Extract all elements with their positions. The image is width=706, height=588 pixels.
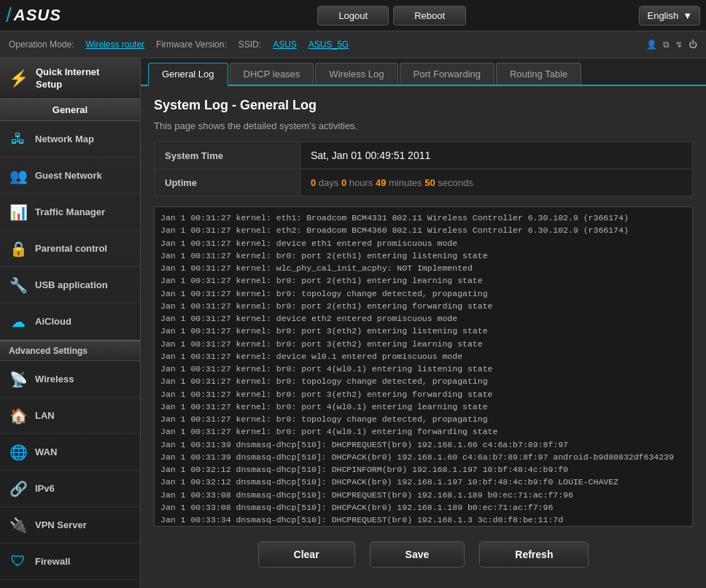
sidebar-item-lan-label: LAN <box>35 410 55 421</box>
status-icons: 👤 ⧉ ↯ ⏻ <box>646 39 697 50</box>
logo-text: ASUS <box>14 6 61 25</box>
clear-button[interactable]: Clear <box>258 541 355 568</box>
page-content: System Log - General Log This page shows… <box>141 86 706 588</box>
sidebar-item-traffic-manager-label: Traffic Manager <box>35 206 105 217</box>
info-table: System Time Sat, Jan 01 00:49:51 2011 Up… <box>154 142 693 196</box>
guest-network-icon: 👥 <box>9 167 28 185</box>
sidebar-item-vpn-server[interactable]: 🔌 VPN Server <box>0 507 140 543</box>
uptime-row: Uptime 0 days 0 hours 49 minutes 50 seco… <box>155 169 693 196</box>
sidebar-item-wireless[interactable]: 📡 Wireless <box>0 361 140 398</box>
log-line: Jan 1 00:31:27 kernel: eth1: Broadcom BC… <box>160 212 686 224</box>
operation-mode-label: Operation Mode: <box>9 39 74 50</box>
sidebar-item-ipv6-label: IPv6 <box>35 483 55 494</box>
uptime-mins-num: 49 <box>376 177 386 188</box>
sidebar-item-firewall-label: Firewall <box>35 556 70 567</box>
tab-bar: General Log DHCP leases Wireless Log Por… <box>141 58 706 86</box>
log-line: Jan 1 00:33:34 dnsmasq-dhcp[510]: DHCPRE… <box>160 514 686 526</box>
wifi-icon[interactable]: ↯ <box>675 39 683 50</box>
network-map-icon: 🖧 <box>9 131 28 147</box>
content-area: General Log DHCP leases Wireless Log Por… <box>141 58 706 588</box>
bottom-bar: Clear Save Refresh <box>154 534 693 576</box>
sidebar-item-usb-application[interactable]: 🔧 USB application <box>0 267 140 303</box>
log-line: Jan 1 00:31:27 kernel: br0: port 2(eth1)… <box>160 274 686 287</box>
log-line: Jan 1 00:31:27 kernel: br0: port 3(eth2)… <box>160 338 686 350</box>
reboot-button[interactable]: Reboot <box>393 6 466 26</box>
logo-area: / ASUS <box>6 4 144 27</box>
sidebar-item-traffic-manager[interactable]: 📊 Traffic Manager <box>0 194 140 231</box>
sidebar-item-aicloud-label: AiCloud <box>35 316 71 327</box>
tab-routing-table[interactable]: Routing Table <box>496 63 581 85</box>
tab-port-forwarding[interactable]: Port Forwarding <box>400 63 494 85</box>
logo-slash-icon: / <box>6 4 12 27</box>
uptime-secs-num: 50 <box>424 177 435 188</box>
log-container: Jan 1 00:31:27 kernel: eth1: Broadcom BC… <box>154 206 693 527</box>
power-icon[interactable]: ⏻ <box>688 39 697 50</box>
quick-setup-icon: ⚡ <box>9 69 28 88</box>
sidebar-item-guest-network[interactable]: 👥 Guest Network <box>0 158 140 194</box>
sidebar-item-firewall[interactable]: 🛡 Firewall <box>0 543 140 580</box>
firmware-label: Firmware Version: <box>156 39 227 50</box>
log-line: Jan 1 00:32:12 dnsmasq-dhcp[510]: DHCPAC… <box>160 476 686 488</box>
system-time-row: System Time Sat, Jan 01 00:49:51 2011 <box>155 142 693 169</box>
log-line: Jan 1 00:31:27 kernel: wlc_phy_cal_init_… <box>160 262 686 274</box>
log-line: Jan 1 00:31:27 kernel: br0: port 4(wl0.1… <box>160 401 686 413</box>
operation-mode-value[interactable]: Wireless router <box>85 39 144 50</box>
chevron-down-icon: ▼ <box>683 10 692 21</box>
save-button[interactable]: Save <box>370 541 465 568</box>
tab-dhcp-leases-label: DHCP leases <box>244 69 300 80</box>
firewall-icon: 🛡 <box>9 553 28 570</box>
ssid-value2[interactable]: ASUS_5G <box>309 39 349 50</box>
log-line: Jan 1 00:31:27 kernel: br0: topology cha… <box>160 375 686 387</box>
log-line: Jan 1 00:31:27 kernel: br0: topology cha… <box>160 287 686 300</box>
log-line: Jan 1 00:31:27 kernel: br0: port 3(eth2)… <box>160 388 686 401</box>
log-line: Jan 1 00:31:27 kernel: device eth2 enter… <box>160 312 686 325</box>
sidebar-item-network-map[interactable]: 🖧 Network Map <box>0 121 140 158</box>
aicloud-icon: ☁ <box>9 313 28 330</box>
tab-wireless-log-label: Wireless Log <box>329 69 384 80</box>
tab-general-log[interactable]: General Log <box>148 63 228 86</box>
sidebar-item-guest-network-label: Guest Network <box>35 170 102 181</box>
log-line: Jan 1 00:31:27 kernel: br0: port 2(eth1)… <box>160 300 686 312</box>
log-line: Jan 1 00:31:27 kernel: eth2: Broadcom BC… <box>160 224 686 236</box>
sidebar-item-parental-control[interactable]: 🔒 Parental control <box>0 231 140 267</box>
logout-button[interactable]: Logout <box>317 6 389 26</box>
log-scroll[interactable]: Jan 1 00:31:27 kernel: eth1: Broadcom BC… <box>155 207 692 526</box>
sidebar-item-ipv6[interactable]: 🔗 IPv6 <box>0 471 140 507</box>
sidebar-item-aicloud[interactable]: ☁ AiCloud <box>0 303 140 340</box>
wan-icon: 🌐 <box>9 444 28 461</box>
user-icon[interactable]: 👤 <box>646 39 657 50</box>
sidebar-item-parental-control-label: Parental control <box>35 243 107 254</box>
sidebar-item-lan[interactable]: 🏠 LAN <box>0 398 140 434</box>
log-line: Jan 1 00:33:08 dnsmasq-dhcp[510]: DHCPAC… <box>160 501 686 514</box>
ssid-label: SSID: <box>238 39 261 50</box>
tab-routing-table-label: Routing Table <box>510 69 567 80</box>
top-bar: / ASUS Logout Reboot English ▼ <box>0 0 706 31</box>
uptime-hours-num: 0 <box>341 177 346 188</box>
refresh-button[interactable]: Refresh <box>479 541 589 568</box>
lan-icon: 🏠 <box>9 407 28 425</box>
language-selector[interactable]: English ▼ <box>639 6 700 26</box>
top-buttons: Logout Reboot <box>144 6 639 26</box>
sidebar-item-wireless-label: Wireless <box>35 374 74 384</box>
main-layout: ⚡ Quick InternetSetup General 🖧 Network … <box>0 58 706 588</box>
sidebar-item-vpn-server-label: VPN Server <box>35 519 87 530</box>
log-line: Jan 1 00:31:39 dnsmasq-dhcp[510]: DHCPRE… <box>160 438 686 451</box>
sidebar-item-network-map-label: Network Map <box>35 134 94 144</box>
log-line: Jan 1 00:31:27 kernel: br0: topology cha… <box>160 413 686 425</box>
wireless-icon: 📡 <box>9 371 28 388</box>
status-bar: Operation Mode: Wireless router Firmware… <box>0 31 706 58</box>
vpn-server-icon: 🔌 <box>9 517 28 534</box>
tab-port-forwarding-label: Port Forwarding <box>414 69 481 80</box>
tab-dhcp-leases[interactable]: DHCP leases <box>230 63 314 85</box>
copy-icon[interactable]: ⧉ <box>663 39 670 50</box>
traffic-manager-icon: 📊 <box>9 204 28 221</box>
uptime-label: Uptime <box>155 169 300 196</box>
tab-wireless-log[interactable]: Wireless Log <box>315 63 397 85</box>
log-line: Jan 1 00:31:27 kernel: br0: port 4(wl0.1… <box>160 363 686 375</box>
sidebar-item-quick-setup[interactable]: ⚡ Quick InternetSetup <box>0 58 140 99</box>
system-time-label: System Time <box>155 142 300 169</box>
sidebar-item-wan[interactable]: 🌐 WAN <box>0 434 140 471</box>
ssid-value1[interactable]: ASUS <box>273 39 297 50</box>
log-line: Jan 1 00:33:08 dnsmasq-dhcp[510]: DHCPRE… <box>160 489 686 501</box>
uptime-days-num: 0 <box>311 177 316 188</box>
